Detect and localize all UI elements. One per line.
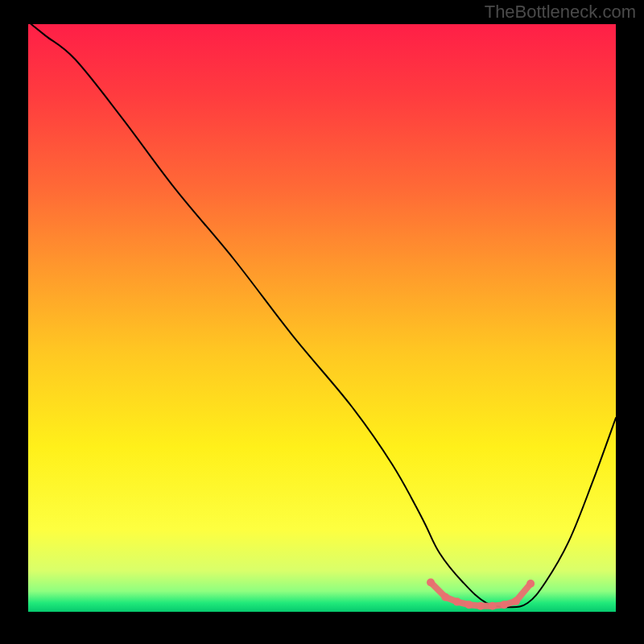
marker-dot [500,601,508,609]
plot-area [28,24,616,612]
chart-background [28,24,616,612]
marker-dot [441,593,449,601]
marker-dot [453,598,461,606]
marker-dot [526,580,535,588]
marker-dot [477,602,485,610]
marker-dot [427,579,435,587]
chart-svg [28,24,616,612]
chart-container: TheBottleneck.com [0,0,644,644]
marker-dot [489,602,497,610]
marker-dot [512,597,520,605]
watermark-text: TheBottleneck.com [485,2,636,23]
marker-dot [465,601,473,609]
